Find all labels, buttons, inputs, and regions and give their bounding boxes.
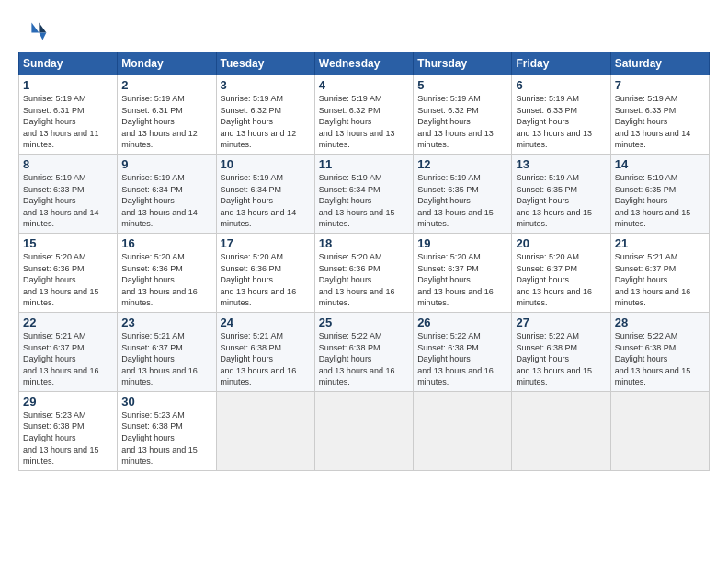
calendar-cell: 16Sunrise: 5:20 AMSunset: 6:36 PMDayligh… (118, 233, 216, 312)
logo (18, 17, 51, 46)
svg-marker-2 (31, 22, 39, 32)
cell-info: Sunrise: 5:22 AMSunset: 6:38 PMDaylight … (615, 330, 705, 388)
calendar-week-2: 8Sunrise: 5:19 AMSunset: 6:33 PMDaylight… (19, 154, 710, 233)
calendar-cell: 1Sunrise: 5:19 AMSunset: 6:31 PMDaylight… (19, 75, 118, 155)
cell-info: Sunrise: 5:20 AMSunset: 6:37 PMDaylight … (516, 251, 606, 309)
day-number: 1 (23, 78, 113, 92)
header-saturday: Saturday (610, 52, 709, 75)
calendar-week-1: 1Sunrise: 5:19 AMSunset: 6:31 PMDaylight… (19, 75, 710, 155)
header-tuesday: Tuesday (216, 52, 314, 75)
day-number: 9 (121, 157, 211, 171)
header (18, 17, 710, 46)
calendar-cell (610, 391, 709, 470)
cell-info: Sunrise: 5:19 AMSunset: 6:35 PMDaylight … (516, 172, 606, 230)
calendar-cell: 7Sunrise: 5:19 AMSunset: 6:33 PMDaylight… (610, 75, 709, 155)
cell-info: Sunrise: 5:20 AMSunset: 6:37 PMDaylight … (417, 251, 507, 309)
calendar-cell: 8Sunrise: 5:19 AMSunset: 6:33 PMDaylight… (19, 154, 118, 233)
calendar-cell: 17Sunrise: 5:20 AMSunset: 6:36 PMDayligh… (216, 233, 314, 312)
calendar-cell: 21Sunrise: 5:21 AMSunset: 6:37 PMDayligh… (610, 233, 709, 312)
cell-info: Sunrise: 5:19 AMSunset: 6:31 PMDaylight … (23, 93, 113, 151)
day-number: 21 (615, 236, 705, 250)
cell-info: Sunrise: 5:19 AMSunset: 6:34 PMDaylight … (121, 172, 211, 230)
calendar-cell: 30Sunrise: 5:23 AMSunset: 6:38 PMDayligh… (118, 391, 216, 470)
day-number: 29 (23, 395, 113, 408)
cell-info: Sunrise: 5:20 AMSunset: 6:36 PMDaylight … (221, 251, 311, 309)
day-number: 22 (23, 316, 113, 329)
day-number: 13 (516, 157, 606, 171)
calendar-cell: 12Sunrise: 5:19 AMSunset: 6:35 PMDayligh… (414, 154, 512, 233)
cell-info: Sunrise: 5:19 AMSunset: 6:31 PMDaylight … (121, 93, 211, 151)
calendar-cell: 11Sunrise: 5:19 AMSunset: 6:34 PMDayligh… (314, 154, 413, 233)
calendar-cell: 24Sunrise: 5:21 AMSunset: 6:38 PMDayligh… (216, 312, 314, 391)
header-sunday: Sunday (19, 52, 118, 75)
svg-marker-0 (39, 22, 46, 32)
calendar-cell: 13Sunrise: 5:19 AMSunset: 6:35 PMDayligh… (512, 154, 610, 233)
calendar-cell: 27Sunrise: 5:22 AMSunset: 6:38 PMDayligh… (512, 312, 610, 391)
calendar-cell: 28Sunrise: 5:22 AMSunset: 6:38 PMDayligh… (610, 312, 709, 391)
cell-info: Sunrise: 5:22 AMSunset: 6:38 PMDaylight … (516, 330, 606, 388)
calendar-cell: 10Sunrise: 5:19 AMSunset: 6:34 PMDayligh… (216, 154, 314, 233)
day-number: 27 (516, 316, 606, 329)
calendar-cell: 25Sunrise: 5:22 AMSunset: 6:38 PMDayligh… (314, 312, 413, 391)
header-friday: Friday (512, 52, 610, 75)
cell-info: Sunrise: 5:19 AMSunset: 6:32 PMDaylight … (319, 93, 409, 151)
day-number: 30 (121, 395, 211, 408)
cell-info: Sunrise: 5:19 AMSunset: 6:34 PMDaylight … (319, 172, 409, 230)
calendar-cell (512, 391, 610, 470)
cell-info: Sunrise: 5:19 AMSunset: 6:34 PMDaylight … (221, 172, 311, 230)
day-number: 12 (417, 157, 507, 171)
cell-info: Sunrise: 5:19 AMSunset: 6:35 PMDaylight … (615, 172, 705, 230)
day-number: 7 (615, 78, 705, 92)
cell-info: Sunrise: 5:19 AMSunset: 6:33 PMDaylight … (516, 93, 606, 151)
calendar-cell: 20Sunrise: 5:20 AMSunset: 6:37 PMDayligh… (512, 233, 610, 312)
day-number: 6 (516, 78, 606, 92)
cell-info: Sunrise: 5:21 AMSunset: 6:38 PMDaylight … (221, 330, 311, 388)
cell-info: Sunrise: 5:21 AMSunset: 6:37 PMDaylight … (615, 251, 705, 309)
calendar-cell: 3Sunrise: 5:19 AMSunset: 6:32 PMDaylight… (216, 75, 314, 155)
header-thursday: Thursday (414, 52, 512, 75)
day-number: 23 (121, 316, 211, 329)
day-number: 28 (615, 316, 705, 329)
logo-icon (18, 17, 48, 46)
cell-info: Sunrise: 5:20 AMSunset: 6:36 PMDaylight … (319, 251, 409, 309)
day-number: 16 (121, 236, 211, 250)
day-number: 20 (516, 236, 606, 250)
day-number: 11 (319, 157, 409, 171)
day-number: 24 (221, 316, 311, 329)
day-number: 4 (319, 78, 409, 92)
calendar-cell: 29Sunrise: 5:23 AMSunset: 6:38 PMDayligh… (19, 391, 118, 470)
day-number: 3 (221, 78, 311, 92)
day-number: 2 (121, 78, 211, 92)
cell-info: Sunrise: 5:21 AMSunset: 6:37 PMDaylight … (23, 330, 113, 388)
day-number: 17 (221, 236, 311, 250)
day-number: 18 (319, 236, 409, 250)
cell-info: Sunrise: 5:22 AMSunset: 6:38 PMDaylight … (417, 330, 507, 388)
header-monday: Monday (118, 52, 216, 75)
day-number: 5 (417, 78, 507, 92)
calendar-cell: 14Sunrise: 5:19 AMSunset: 6:35 PMDayligh… (610, 154, 709, 233)
calendar-cell: 18Sunrise: 5:20 AMSunset: 6:36 PMDayligh… (314, 233, 413, 312)
cell-info: Sunrise: 5:21 AMSunset: 6:37 PMDaylight … (121, 330, 211, 388)
day-number: 25 (319, 316, 409, 329)
calendar-cell: 19Sunrise: 5:20 AMSunset: 6:37 PMDayligh… (414, 233, 512, 312)
cell-info: Sunrise: 5:19 AMSunset: 6:32 PMDaylight … (417, 93, 507, 151)
cell-info: Sunrise: 5:19 AMSunset: 6:33 PMDaylight … (23, 172, 113, 230)
header-wednesday: Wednesday (314, 52, 413, 75)
calendar-cell: 9Sunrise: 5:19 AMSunset: 6:34 PMDaylight… (118, 154, 216, 233)
cell-info: Sunrise: 5:20 AMSunset: 6:36 PMDaylight … (121, 251, 211, 309)
day-number: 26 (417, 316, 507, 329)
calendar-cell (314, 391, 413, 470)
calendar-week-3: 15Sunrise: 5:20 AMSunset: 6:36 PMDayligh… (19, 233, 710, 312)
calendar-cell: 23Sunrise: 5:21 AMSunset: 6:37 PMDayligh… (118, 312, 216, 391)
day-number: 19 (417, 236, 507, 250)
calendar-cell: 4Sunrise: 5:19 AMSunset: 6:32 PMDaylight… (314, 75, 413, 155)
cell-info: Sunrise: 5:23 AMSunset: 6:38 PMDaylight … (121, 409, 211, 467)
cell-info: Sunrise: 5:20 AMSunset: 6:36 PMDaylight … (23, 251, 113, 309)
calendar-cell (216, 391, 314, 470)
calendar-week-4: 22Sunrise: 5:21 AMSunset: 6:37 PMDayligh… (19, 312, 710, 391)
calendar-page: SundayMondayTuesdayWednesdayThursdayFrid… (0, 0, 728, 563)
calendar-table: SundayMondayTuesdayWednesdayThursdayFrid… (18, 52, 710, 471)
calendar-header: SundayMondayTuesdayWednesdayThursdayFrid… (19, 52, 710, 75)
cell-info: Sunrise: 5:19 AMSunset: 6:32 PMDaylight … (221, 93, 311, 151)
cell-info: Sunrise: 5:23 AMSunset: 6:38 PMDaylight … (23, 409, 113, 467)
